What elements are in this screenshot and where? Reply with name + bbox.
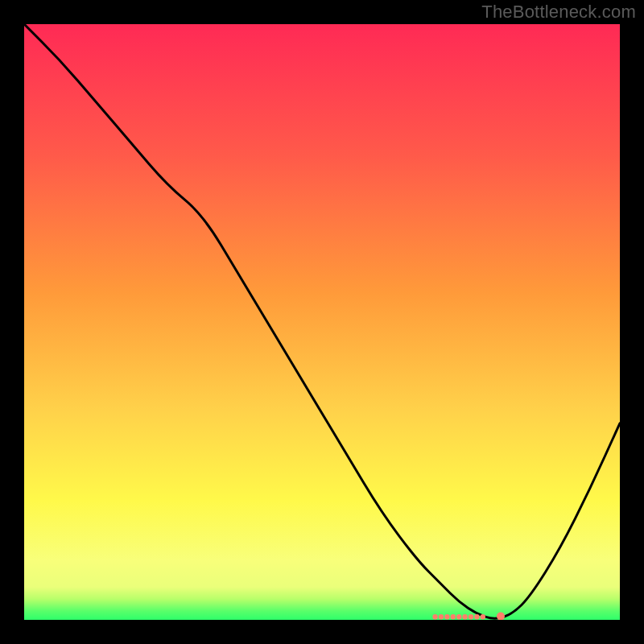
marker-dot — [469, 614, 473, 619]
marker-dot — [451, 614, 456, 619]
marker-dot — [444, 614, 449, 619]
bottleneck-chart — [24, 24, 620, 620]
chart-frame: TheBottleneck.com — [0, 0, 644, 644]
marker-dot — [481, 614, 485, 619]
marker-dot — [432, 614, 437, 619]
marker-dot — [439, 614, 444, 619]
marker-dot — [456, 614, 461, 619]
watermark-text: TheBottleneck.com — [481, 2, 636, 23]
marker-dot — [474, 614, 479, 619]
gradient-background — [24, 24, 620, 620]
marker-dot — [462, 614, 467, 619]
